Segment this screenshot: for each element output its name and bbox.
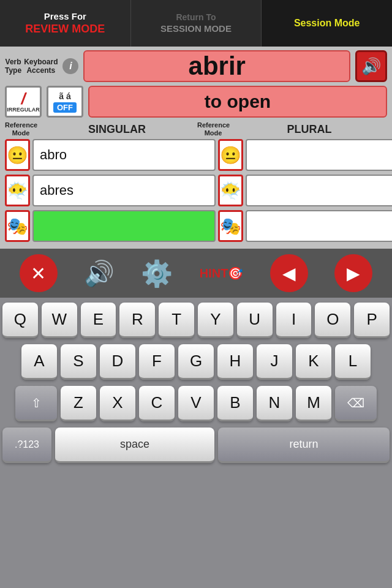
speaker-ctrl-icon: 🔊	[84, 259, 115, 288]
ref-mode-header-left: ReferenceMode	[5, 121, 37, 137]
ref-icon-2-plur[interactable]: 😶‍🌫️	[218, 175, 243, 206]
key-M[interactable]: M	[296, 386, 331, 421]
key-L[interactable]: L	[335, 344, 371, 380]
ref-icon-2-sing[interactable]: 😶‍🌫️	[5, 175, 30, 206]
verb-labels: VerbType KeyboardAccents	[5, 58, 58, 75]
keyboard-row-2: A S D F G H J K L	[2, 344, 390, 380]
conj-input-2-plur[interactable]	[246, 175, 392, 206]
key-J[interactable]: J	[257, 344, 292, 380]
settings-button[interactable]: ⚙️	[141, 258, 173, 288]
keyboard-accents-label: KeyboardAccents	[24, 58, 58, 75]
accents-state: OFF	[53, 102, 77, 113]
ref-mode-header-right: ReferenceMode	[197, 121, 229, 137]
delete-button[interactable]: ⌫	[335, 386, 377, 421]
conj-input-2-sing[interactable]	[32, 175, 216, 206]
key-B[interactable]: B	[217, 386, 253, 421]
key-V[interactable]: V	[178, 386, 214, 421]
keyboard: Q W E R T Y U I O P A S D F G H J K L ⇧ …	[0, 298, 392, 468]
conj-row-1: 😐 😐	[5, 138, 387, 172]
key-T[interactable]: T	[159, 303, 194, 338]
key-R[interactable]: R	[119, 303, 155, 338]
speaker-control-button[interactable]: 🔊	[84, 259, 115, 288]
key-C[interactable]: C	[139, 386, 175, 421]
return-button[interactable]: return	[218, 428, 390, 463]
key-G[interactable]: G	[178, 344, 214, 380]
key-D[interactable]: D	[100, 344, 135, 380]
verb-row2: / IRREGULAR ã á OFF to open	[5, 86, 387, 118]
clear-button[interactable]: ✕	[20, 254, 58, 292]
conj-input-1-plur[interactable]	[246, 139, 392, 171]
verb-row1: VerbType KeyboardAccents i abrir 🔊	[5, 50, 387, 82]
conj-input-3-sing[interactable]	[32, 210, 216, 242]
translation-box: to open	[88, 86, 387, 118]
info-button[interactable]: i	[62, 58, 78, 74]
shift-button[interactable]: ⇧	[15, 386, 57, 421]
key-S[interactable]: S	[61, 344, 96, 380]
irregular-box[interactable]: / IRREGULAR	[5, 86, 42, 118]
toolbar: Press For REVIEW MODE Return To SESSION …	[0, 0, 392, 47]
session-mode-button[interactable]: Session Mode	[262, 0, 392, 47]
key-H[interactable]: H	[217, 344, 253, 380]
key-P[interactable]: P	[354, 303, 390, 338]
back-icon: ◀	[282, 263, 296, 284]
review-top-label: Press For	[44, 10, 86, 23]
key-U[interactable]: U	[237, 303, 273, 338]
verb-area: VerbType KeyboardAccents i abrir 🔊 / IRR…	[0, 47, 392, 121]
session-bot-label: SESSION MODE	[160, 23, 232, 35]
info-icon: i	[69, 61, 72, 72]
control-row: ✕ 🔊 ⚙️ HINT🎯 ◀ ▶	[0, 249, 392, 298]
verb-speaker-button[interactable]: 🔊	[355, 50, 387, 82]
plural-header: PLURAL	[232, 123, 387, 136]
keyboard-bottom-row: .?123 space return	[2, 428, 390, 463]
accents-chars: ã á	[59, 91, 70, 101]
numeric-button[interactable]: .?123	[2, 428, 51, 463]
key-O[interactable]: O	[315, 303, 350, 338]
irregular-slash: /	[21, 91, 25, 107]
hint-label: HINT🎯	[200, 266, 244, 281]
key-I[interactable]: I	[276, 303, 312, 338]
space-button[interactable]: space	[55, 428, 214, 463]
key-F[interactable]: F	[139, 344, 175, 380]
ref-icon-3-sing[interactable]: 🎭	[5, 210, 30, 242]
key-Z[interactable]: Z	[61, 386, 96, 421]
key-N[interactable]: N	[257, 386, 292, 421]
key-Y[interactable]: Y	[198, 303, 233, 338]
key-Q[interactable]: Q	[2, 303, 38, 338]
conj-input-3-plur[interactable]	[246, 210, 392, 242]
key-X[interactable]: X	[100, 386, 135, 421]
key-K[interactable]: K	[296, 344, 331, 380]
review-mode-button[interactable]: Press For REVIEW MODE	[0, 0, 131, 47]
verb-main-text: abrir	[189, 51, 246, 81]
conj-row-3: 🎭 🎭	[5, 209, 387, 243]
translation-text: to open	[205, 91, 271, 112]
ref-icon-3-plur[interactable]: 🎭	[218, 210, 243, 242]
singular-header: SINGULAR	[39, 123, 195, 136]
session-top-label: Return To	[176, 12, 216, 23]
forward-icon: ▶	[347, 263, 360, 284]
conjugation-area: ReferenceMode SINGULAR ReferenceMode PLU…	[0, 121, 392, 249]
verb-type-label: VerbType	[5, 58, 21, 75]
session-mode-label: Session Mode	[294, 17, 360, 30]
hint-button[interactable]: HINT🎯	[200, 266, 244, 281]
session-mode-return-button[interactable]: Return To SESSION MODE	[131, 0, 262, 47]
conj-input-1-sing[interactable]	[32, 139, 216, 171]
conj-headers: ReferenceMode SINGULAR ReferenceMode PLU…	[5, 121, 387, 137]
x-icon: ✕	[31, 263, 46, 284]
gear-icon: ⚙️	[141, 258, 173, 288]
ref-icon-1-plur[interactable]: 😐	[218, 139, 243, 171]
speaker-icon: 🔊	[361, 57, 381, 76]
verb-main-box: abrir	[83, 50, 350, 82]
key-A[interactable]: A	[21, 344, 57, 380]
irregular-label: IRREGULAR	[7, 107, 40, 113]
back-button[interactable]: ◀	[270, 254, 308, 292]
key-W[interactable]: W	[42, 303, 77, 338]
ref-icon-1-sing[interactable]: 😐	[5, 139, 30, 171]
key-E[interactable]: E	[81, 303, 116, 338]
forward-button[interactable]: ▶	[334, 254, 372, 292]
keyboard-row-3: ⇧ Z X C V B N M ⌫	[2, 386, 390, 421]
accents-toggle-button[interactable]: ã á OFF	[47, 86, 83, 118]
conj-row-2: 😶‍🌫️ 😶‍🌫️	[5, 174, 387, 207]
review-bot-label: REVIEW MODE	[25, 22, 105, 36]
keyboard-row-1: Q W E R T Y U I O P	[2, 303, 390, 338]
